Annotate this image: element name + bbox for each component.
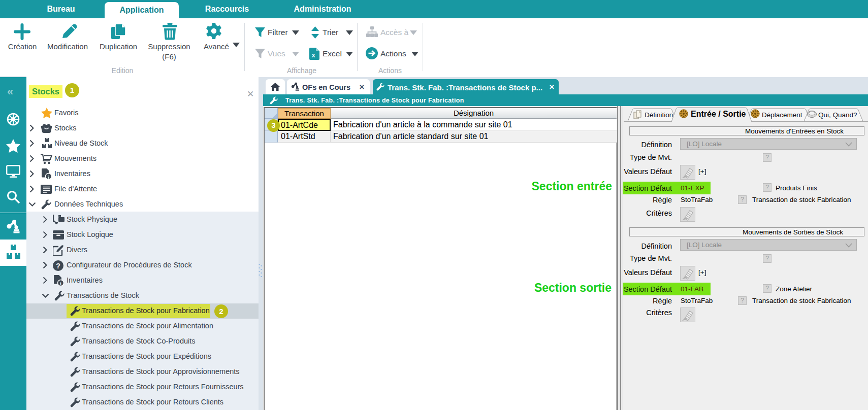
svg-text:?: ? <box>56 262 60 270</box>
svg-text:x: x <box>312 52 315 59</box>
